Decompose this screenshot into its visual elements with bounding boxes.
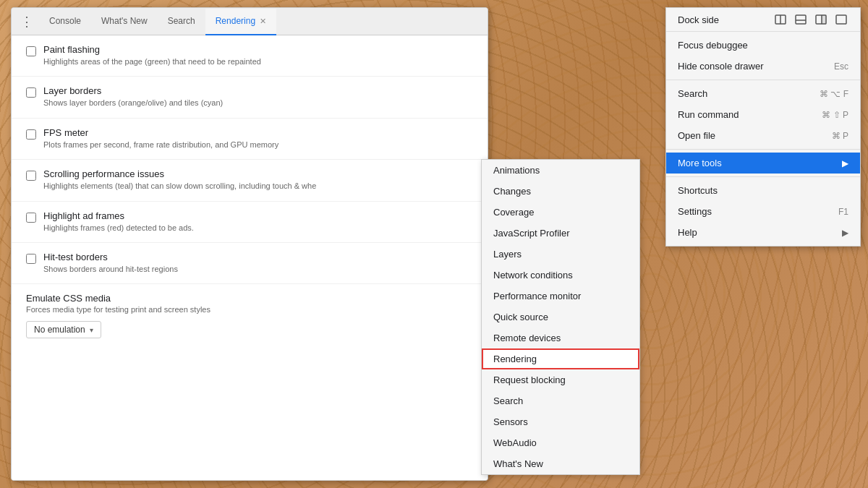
tab-whats-new[interactable]: What's New — [91, 9, 158, 35]
menu-focus-debuggee[interactable]: Focus debuggee — [666, 35, 860, 56]
menu-animations[interactable]: Animations — [482, 160, 639, 181]
layer-borders-item: Layer borders Shows layer borders (orang… — [12, 77, 488, 118]
menu-quick-source[interactable]: Quick source — [482, 307, 639, 328]
tab-search[interactable]: Search — [158, 9, 205, 35]
menu-run-command[interactable]: Run command ⌘ ⇧ P — [666, 104, 860, 125]
menu-section-3: More tools ▶ — [666, 150, 860, 177]
paint-flashing-item: Paint flashing Highlights areas of the p… — [12, 35, 488, 77]
scrolling-perf-title: Scrolling performance issues — [43, 168, 316, 179]
menu-search[interactable]: Search ⌘ ⌥ F — [666, 83, 860, 104]
menu-help[interactable]: Help ▶ — [666, 222, 860, 243]
highlight-ad-title: Highlight ad frames — [43, 210, 194, 221]
menu-js-profiler[interactable]: JavaScript Profiler — [482, 223, 639, 244]
paint-flashing-desc: Highlights areas of the page (green) tha… — [43, 56, 261, 67]
menu-remote-devices[interactable]: Remote devices — [482, 328, 639, 348]
dropdown-arrow-icon: ▾ — [90, 326, 93, 334]
menu-section-4: Shortcuts Settings F1 Help ▶ — [666, 177, 860, 246]
dock-side-row: Dock side — [666, 8, 860, 32]
hit-test-title: Hit-test borders — [43, 252, 178, 262]
scrolling-perf-desc: Highlights elements (teal) that can slow… — [43, 181, 316, 192]
menu-hide-console-drawer[interactable]: Hide console drawer Esc — [666, 56, 860, 77]
menu-performance-monitor[interactable]: Performance monitor — [482, 286, 639, 307]
undock-icon[interactable] — [773, 14, 788, 25]
dock-side-label: Dock side — [678, 14, 767, 25]
layer-borders-desc: Shows layer borders (orange/olive) and t… — [43, 98, 223, 108]
fps-meter-item: FPS meter Plots frames per second, frame… — [12, 119, 488, 160]
svg-rect-2 — [796, 15, 806, 24]
tab-rendering[interactable]: Rendering ✕ — [205, 9, 276, 35]
paint-flashing-checkbox[interactable] — [26, 46, 36, 56]
more-tabs-icon[interactable]: ⋮ — [14, 14, 39, 30]
menu-search[interactable]: Search — [482, 390, 639, 411]
emulate-css-desc: Forces media type for testing print and … — [26, 305, 473, 314]
fps-meter-desc: Plots frames per second, frame rate dist… — [43, 140, 278, 150]
scrolling-perf-item: Scrolling performance issues Highlights … — [12, 160, 488, 201]
emulate-css-title: Emulate CSS media — [26, 293, 473, 304]
menu-request-blocking[interactable]: Request blocking — [482, 369, 639, 390]
menu-shortcuts[interactable]: Shortcuts — [666, 180, 860, 201]
more-tools-panel: Animations Changes Coverage JavaScript P… — [481, 159, 640, 475]
more-tools-chevron-icon: ▶ — [842, 158, 848, 168]
menu-changes[interactable]: Changes — [482, 181, 639, 202]
svg-rect-7 — [836, 15, 846, 24]
hit-test-checkbox[interactable] — [26, 254, 36, 264]
scrolling-perf-checkbox[interactable] — [26, 171, 36, 181]
layer-borders-title: Layer borders — [43, 85, 223, 96]
menu-section-2: Search ⌘ ⌥ F Run command ⌘ ⇧ P Open file… — [666, 80, 860, 150]
help-chevron-icon: ▶ — [842, 228, 848, 238]
menu-whats-new[interactable]: What's New — [482, 453, 639, 474]
menu-layers[interactable]: Layers — [482, 244, 639, 265]
menu-webaudio[interactable]: WebAudio — [482, 432, 639, 453]
highlight-ad-desc: Highlights frames (red) detected to be a… — [43, 223, 194, 234]
menu-open-file[interactable]: Open file ⌘ P — [666, 125, 860, 146]
menu-sensors[interactable]: Sensors — [482, 411, 639, 432]
layer-borders-checkbox[interactable] — [26, 87, 36, 98]
menu-coverage[interactable]: Coverage — [482, 202, 639, 223]
separate-window-icon[interactable] — [834, 14, 848, 25]
fps-meter-checkbox[interactable] — [26, 129, 36, 140]
paint-flashing-title: Paint flashing — [43, 44, 261, 55]
dock-right-icon[interactable] — [814, 14, 828, 25]
no-emulation-dropdown[interactable]: No emulation ▾ — [26, 321, 101, 338]
menu-rendering[interactable]: Rendering — [482, 348, 639, 369]
tab-bar: ⋮ Console What's New Search Rendering ✕ — [12, 8, 488, 35]
emulate-css-section: Emulate CSS media Forces media type for … — [12, 284, 488, 344]
fps-meter-title: FPS meter — [43, 127, 278, 138]
hit-test-desc: Shows borders around hit-test regions — [43, 264, 178, 275]
dock-bottom-icon[interactable] — [793, 14, 808, 25]
svg-rect-6 — [822, 15, 826, 24]
hit-test-item: Hit-test borders Shows borders around hi… — [12, 243, 488, 284]
menu-section-1: Focus debuggee Hide console drawer Esc — [666, 32, 860, 80]
tab-console[interactable]: Console — [39, 9, 91, 35]
highlight-ad-item: Highlight ad frames Highlights frames (r… — [12, 202, 488, 243]
menu-settings[interactable]: Settings F1 — [666, 201, 860, 222]
main-context-menu: Dock side — [665, 7, 861, 247]
highlight-ad-checkbox[interactable] — [26, 213, 36, 223]
menu-more-tools[interactable]: More tools ▶ — [666, 153, 860, 174]
menu-network-conditions[interactable]: Network conditions — [482, 265, 639, 286]
rendering-panel: Paint flashing Highlights areas of the p… — [12, 35, 488, 480]
tab-close-icon[interactable]: ✕ — [260, 17, 266, 26]
devtools-window: ⋮ Console What's New Search Rendering ✕ … — [11, 7, 488, 481]
